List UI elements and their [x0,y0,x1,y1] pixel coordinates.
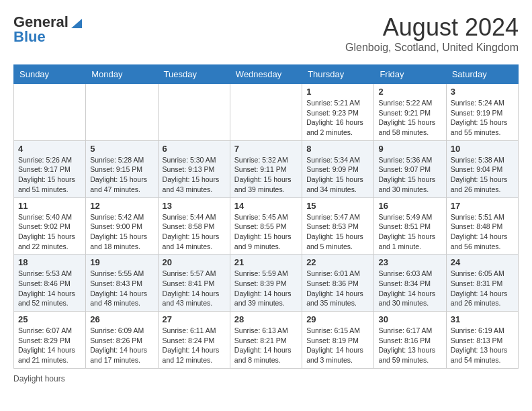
calendar-cell: 6Sunrise: 5:30 AM Sunset: 9:13 PM Daylig… [158,140,230,197]
calendar-header-tuesday: Tuesday [158,65,230,84]
day-number: 9 [378,144,441,154]
calendar-cell: 23Sunrise: 6:03 AM Sunset: 8:34 PM Dayli… [374,255,446,312]
day-number: 29 [306,314,369,324]
day-number: 27 [163,314,226,324]
day-number: 20 [163,257,226,267]
logo: General Blue [13,13,83,46]
day-info: Sunrise: 5:36 AM Sunset: 9:07 PM Dayligh… [378,155,441,195]
calendar-cell: 5Sunrise: 5:28 AM Sunset: 9:15 PM Daylig… [86,140,158,197]
footer-note: Daylight hours [13,374,519,383]
calendar-header-friday: Friday [374,65,446,84]
calendar-cell: 14Sunrise: 5:45 AM Sunset: 8:55 PM Dayli… [230,197,302,255]
day-number: 16 [378,201,441,211]
day-number: 31 [451,314,514,324]
day-number: 18 [18,257,81,267]
day-number: 11 [18,201,81,211]
day-number: 7 [234,144,298,154]
calendar-cell: 15Sunrise: 5:47 AM Sunset: 8:53 PM Dayli… [302,197,374,255]
day-info: Sunrise: 5:30 AM Sunset: 9:13 PM Dayligh… [163,155,226,195]
day-number: 8 [306,144,369,154]
calendar-cell [158,84,230,141]
day-info: Sunrise: 5:26 AM Sunset: 9:17 PM Dayligh… [18,155,81,195]
logo-triangle-icon [70,16,83,30]
calendar-cell: 3Sunrise: 5:24 AM Sunset: 9:19 PM Daylig… [446,84,518,141]
calendar-cell: 25Sunrise: 6:07 AM Sunset: 8:29 PM Dayli… [14,312,86,369]
calendar-cell: 2Sunrise: 5:22 AM Sunset: 9:21 PM Daylig… [374,84,446,141]
calendar-cell: 8Sunrise: 5:34 AM Sunset: 9:09 PM Daylig… [302,140,374,197]
calendar-cell: 28Sunrise: 6:13 AM Sunset: 8:21 PM Dayli… [230,312,302,369]
calendar-week-row: 11Sunrise: 5:40 AM Sunset: 9:02 PM Dayli… [14,197,519,255]
day-info: Sunrise: 6:19 AM Sunset: 8:13 PM Dayligh… [451,326,514,365]
calendar-cell: 24Sunrise: 6:05 AM Sunset: 8:31 PM Dayli… [446,255,518,312]
daylight-hours-label: Daylight hours [13,374,65,383]
calendar-cell: 17Sunrise: 5:51 AM Sunset: 8:48 PM Dayli… [446,197,518,255]
day-info: Sunrise: 6:15 AM Sunset: 8:19 PM Dayligh… [306,326,369,365]
day-number: 1 [306,87,369,97]
day-number: 6 [163,144,226,154]
calendar-header-thursday: Thursday [302,65,374,84]
day-info: Sunrise: 5:21 AM Sunset: 9:23 PM Dayligh… [306,98,369,138]
day-number: 15 [306,201,369,211]
logo-blue-text: Blue [13,28,83,46]
calendar-table: SundayMondayTuesdayWednesdayThursdayFrid… [13,64,519,369]
calendar-cell: 7Sunrise: 5:32 AM Sunset: 9:11 PM Daylig… [230,140,302,197]
calendar-week-row: 4Sunrise: 5:26 AM Sunset: 9:17 PM Daylig… [14,140,519,197]
calendar-cell: 26Sunrise: 6:09 AM Sunset: 8:26 PM Dayli… [86,312,158,369]
calendar-header-saturday: Saturday [446,65,518,84]
day-info: Sunrise: 5:45 AM Sunset: 8:55 PM Dayligh… [234,212,298,252]
day-info: Sunrise: 6:03 AM Sunset: 8:34 PM Dayligh… [378,269,441,308]
day-info: Sunrise: 6:05 AM Sunset: 8:31 PM Dayligh… [451,269,514,308]
day-number: 10 [451,144,514,154]
day-info: Sunrise: 6:01 AM Sunset: 8:36 PM Dayligh… [306,269,369,308]
day-number: 25 [18,314,81,324]
svg-marker-0 [71,19,82,28]
calendar-cell: 18Sunrise: 5:53 AM Sunset: 8:46 PM Dayli… [14,255,86,312]
day-info: Sunrise: 5:32 AM Sunset: 9:11 PM Dayligh… [234,155,298,195]
day-number: 17 [451,201,514,211]
day-info: Sunrise: 5:44 AM Sunset: 8:58 PM Dayligh… [163,212,226,252]
day-number: 30 [378,314,441,324]
day-number: 12 [90,201,153,211]
day-number: 22 [306,257,369,267]
calendar-week-row: 25Sunrise: 6:07 AM Sunset: 8:29 PM Dayli… [14,312,519,369]
calendar-cell: 10Sunrise: 5:38 AM Sunset: 9:04 PM Dayli… [446,140,518,197]
day-info: Sunrise: 5:55 AM Sunset: 8:43 PM Dayligh… [90,269,153,308]
day-number: 13 [163,201,226,211]
day-info: Sunrise: 5:59 AM Sunset: 8:39 PM Dayligh… [234,269,298,308]
day-info: Sunrise: 5:40 AM Sunset: 9:02 PM Dayligh… [18,212,81,252]
day-info: Sunrise: 5:49 AM Sunset: 8:51 PM Dayligh… [378,212,441,252]
day-info: Sunrise: 5:42 AM Sunset: 9:00 PM Dayligh… [90,212,153,252]
day-number: 19 [90,257,153,267]
calendar-cell: 19Sunrise: 5:55 AM Sunset: 8:43 PM Dayli… [86,255,158,312]
calendar-cell: 29Sunrise: 6:15 AM Sunset: 8:19 PM Dayli… [302,312,374,369]
day-info: Sunrise: 6:17 AM Sunset: 8:16 PM Dayligh… [378,326,441,365]
calendar-week-row: 18Sunrise: 5:53 AM Sunset: 8:46 PM Dayli… [14,255,519,312]
day-info: Sunrise: 5:22 AM Sunset: 9:21 PM Dayligh… [378,98,441,138]
day-info: Sunrise: 6:09 AM Sunset: 8:26 PM Dayligh… [90,326,153,365]
calendar-cell: 12Sunrise: 5:42 AM Sunset: 9:00 PM Dayli… [86,197,158,255]
day-number: 24 [451,257,514,267]
day-number: 3 [451,87,514,97]
day-number: 21 [234,257,298,267]
day-info: Sunrise: 5:51 AM Sunset: 8:48 PM Dayligh… [451,212,514,252]
day-info: Sunrise: 6:13 AM Sunset: 8:21 PM Dayligh… [234,326,298,365]
day-number: 23 [378,257,441,267]
calendar-cell: 22Sunrise: 6:01 AM Sunset: 8:36 PM Dayli… [302,255,374,312]
calendar-cell [230,84,302,141]
day-number: 26 [90,314,153,324]
day-info: Sunrise: 6:07 AM Sunset: 8:29 PM Dayligh… [18,326,81,365]
calendar-cell [86,84,158,141]
day-number: 5 [90,144,153,154]
title-area: August 2024 Glenboig, Scotland, United K… [345,13,519,54]
day-number: 14 [234,201,298,211]
day-number: 4 [18,144,81,154]
day-info: Sunrise: 5:28 AM Sunset: 9:15 PM Dayligh… [90,155,153,195]
calendar-cell: 27Sunrise: 6:11 AM Sunset: 8:24 PM Dayli… [158,312,230,369]
calendar-cell: 21Sunrise: 5:59 AM Sunset: 8:39 PM Dayli… [230,255,302,312]
main-title: August 2024 [345,13,519,42]
calendar-cell: 11Sunrise: 5:40 AM Sunset: 9:02 PM Dayli… [14,197,86,255]
day-number: 28 [234,314,298,324]
calendar-cell [14,84,86,141]
day-info: Sunrise: 5:24 AM Sunset: 9:19 PM Dayligh… [451,98,514,138]
calendar-header-wednesday: Wednesday [230,65,302,84]
